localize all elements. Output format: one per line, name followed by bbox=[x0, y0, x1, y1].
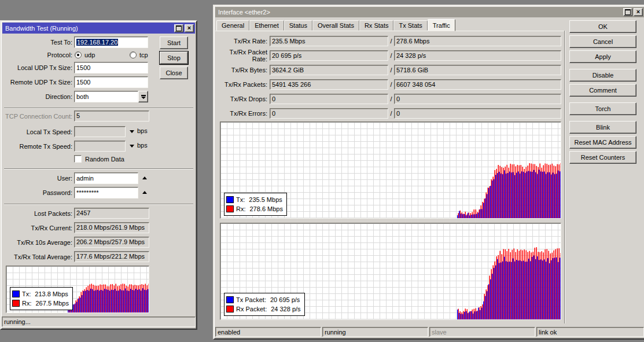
ok-button[interactable]: OK bbox=[569, 20, 636, 33]
torch-button[interactable]: Torch bbox=[569, 102, 636, 115]
tcp-connection-count-label: TCP Connection Count: bbox=[1, 111, 72, 122]
window-title: Interface <ether2> bbox=[218, 9, 270, 16]
local-tx-speed-dropdown-icon[interactable] bbox=[130, 130, 134, 133]
direction-input[interactable]: both bbox=[74, 91, 138, 102]
interface-titlebar[interactable]: Interface <ether2> × bbox=[215, 7, 644, 17]
protocol-tcp-radio[interactable] bbox=[130, 52, 137, 58]
protocol-tcp-label: tcp bbox=[139, 52, 148, 58]
txrx-10s-average-label: Tx/Rx 10s Average: bbox=[1, 237, 72, 248]
tab-bar: General Ethernet Status Overall Stats Rx… bbox=[216, 19, 455, 31]
random-data-label: Random Data bbox=[85, 156, 124, 163]
txrx-packets-row: Tx/Rx Packets: 5491 435 266 / 6607 348 0… bbox=[218, 79, 561, 90]
local-udp-tx-size-input[interactable]: 1500 bbox=[74, 62, 148, 73]
lost-packets-value: 2457 bbox=[74, 208, 149, 219]
txrx-drops-row: Tx/Rx Drops: 0 / 0 bbox=[218, 94, 561, 104]
tx-legend-value: 213.8 Mbps bbox=[35, 289, 68, 299]
maximize-button[interactable] bbox=[623, 8, 632, 16]
protocol-udp-label: udp bbox=[84, 52, 95, 58]
tx-packets-value: 5491 435 266 bbox=[270, 79, 388, 90]
tab-overall-stats[interactable]: Overall Stats bbox=[312, 20, 359, 31]
field-label: Tx/Rx Packets: bbox=[218, 81, 267, 88]
remote-tx-speed-label: Remote Tx Speed: bbox=[1, 141, 72, 152]
tx-packet-legend-value: 20 695 p/s bbox=[270, 295, 300, 304]
local-tx-speed-unit: bps bbox=[137, 127, 148, 134]
tcp-connection-count-input: 5 bbox=[74, 111, 149, 122]
cancel-button[interactable]: Cancel bbox=[569, 35, 636, 48]
tab-traffic[interactable]: Traffic bbox=[428, 19, 455, 31]
rx-packet-rate-value: 24 328 p/s bbox=[394, 50, 561, 61]
field-label: Tx/Rx Packet Rate: bbox=[218, 49, 267, 62]
txrx-errors-row: Tx/Rx Errors: 0 / 0 bbox=[218, 108, 561, 119]
remote-tx-speed-input bbox=[74, 141, 126, 152]
test-to-label: Test To: bbox=[1, 36, 72, 48]
local-tx-speed-input bbox=[74, 126, 126, 137]
tx-legend-label: Tx: bbox=[22, 289, 31, 299]
tab-general[interactable]: General bbox=[216, 20, 249, 31]
user-input[interactable]: admin bbox=[74, 172, 138, 184]
bandwidth-graph-legend: Tx: 213.8 Mbps Rx: 267.5 Mbps bbox=[10, 287, 73, 310]
remote-udp-tx-size-input[interactable]: 1500 bbox=[74, 76, 148, 88]
txrx-10s-average-value: 206.2 Mbps/257.9 Mbps bbox=[74, 237, 149, 248]
rx-legend-label: Rx: bbox=[22, 299, 32, 308]
random-data-checkbox[interactable] bbox=[74, 155, 82, 163]
field-label: Tx/Rx Bytes: bbox=[218, 67, 267, 73]
tab-status[interactable]: Status bbox=[284, 20, 312, 31]
slash-separator: / bbox=[388, 52, 394, 59]
bandwidth-test-titlebar[interactable]: Bandwidth Test (Running) × bbox=[2, 23, 195, 34]
disable-button[interactable]: Disable bbox=[569, 69, 636, 82]
close-button[interactable]: × bbox=[634, 8, 643, 16]
direction-label: Direction: bbox=[1, 91, 72, 102]
rx-drops-value: 0 bbox=[394, 94, 561, 104]
rx-legend-value: 278.6 Mbps bbox=[250, 204, 283, 214]
txrx-packet-rate-row: Tx/Rx Packet Rate: 20 695 p/s / 24 328 p… bbox=[218, 50, 561, 61]
start-button[interactable]: Start bbox=[160, 36, 188, 49]
bandwidth-test-statusbar: running... bbox=[2, 317, 196, 327]
tab-ethernet[interactable]: Ethernet bbox=[249, 20, 284, 31]
rate-graph-legend: Tx: 235.5 Mbps Rx: 278.6 Mbps bbox=[224, 193, 287, 216]
remote-tx-speed-dropdown-icon[interactable] bbox=[130, 145, 134, 148]
stop-button[interactable]: Stop bbox=[160, 52, 188, 64]
remote-tx-speed-unit: bps bbox=[137, 142, 148, 149]
tx-legend-label: Tx: bbox=[236, 195, 245, 204]
radio-dot-icon bbox=[77, 54, 79, 56]
traffic-rate-graph: Tx: 235.5 Mbps Rx: 278.6 Mbps bbox=[220, 122, 561, 219]
tab-rx-stats[interactable]: Rx Stats bbox=[359, 20, 394, 31]
rx-packet-legend-value: 24 328 p/s bbox=[271, 304, 300, 314]
rx-legend-swatch bbox=[12, 300, 20, 307]
apply-button[interactable]: Apply bbox=[569, 50, 636, 63]
tx-bytes-value: 3624.2 GiB bbox=[270, 65, 388, 75]
txrx-total-average-label: Tx/Rx Total Average: bbox=[1, 251, 72, 263]
window-title: Bandwidth Test (Running) bbox=[5, 25, 78, 32]
tx-errors-value: 0 bbox=[270, 108, 388, 119]
local-tx-speed-label: Local Tx Speed: bbox=[1, 126, 72, 138]
rx-legend-value: 267.5 Mbps bbox=[36, 299, 69, 308]
tx-legend-swatch bbox=[12, 290, 20, 297]
blink-button[interactable]: Blink bbox=[569, 121, 636, 134]
maximize-button[interactable] bbox=[174, 24, 183, 32]
tabpage-top-edge bbox=[215, 31, 565, 31]
protocol-udp-radio[interactable] bbox=[75, 52, 82, 58]
password-spin-up-icon[interactable] bbox=[142, 191, 147, 194]
rx-legend-swatch bbox=[226, 205, 234, 212]
field-label: Tx/Rx Rate: bbox=[218, 38, 267, 45]
direction-dropdown-button[interactable] bbox=[138, 91, 148, 102]
status-running: running bbox=[322, 327, 428, 337]
status-link-ok: link ok bbox=[536, 327, 644, 337]
tab-tx-stats[interactable]: Tx Stats bbox=[393, 20, 427, 31]
reset-mac-address-button[interactable]: Reset MAC Address bbox=[569, 136, 636, 149]
user-spin-up-icon[interactable] bbox=[142, 176, 147, 179]
txrx-bytes-row: Tx/Rx Bytes: 3624.2 GiB / 5718.6 GiB bbox=[218, 65, 561, 75]
reset-counters-button[interactable]: Reset Counters bbox=[569, 151, 636, 164]
test-to-input[interactable]: 192.168.17.20 bbox=[74, 36, 148, 48]
password-input[interactable]: ********* bbox=[74, 187, 138, 198]
close-button-main[interactable]: Close bbox=[160, 67, 188, 79]
rx-legend-label: Rx: bbox=[236, 204, 246, 214]
tx-legend-value: 235.5 Mbps bbox=[249, 195, 282, 204]
desktop: Bandwidth Test (Running) × Test To: 192.… bbox=[0, 0, 644, 342]
tabpage-right-edge bbox=[564, 31, 565, 323]
comment-button[interactable]: Comment bbox=[569, 84, 636, 97]
dropdown-icon bbox=[141, 95, 146, 99]
test-to-value: 192.168.17.20 bbox=[76, 39, 118, 46]
rx-rate-value: 278.6 Mbps bbox=[394, 36, 561, 46]
close-button[interactable]: × bbox=[185, 24, 194, 32]
